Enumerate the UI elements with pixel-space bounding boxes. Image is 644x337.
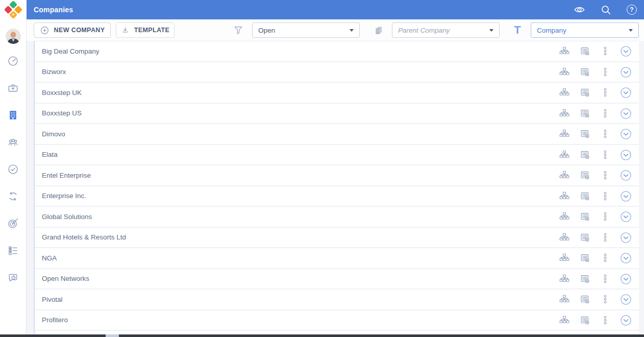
sidebar-item-actions[interactable]	[7, 163, 19, 175]
sidebar-item-dashboard[interactable]	[7, 55, 19, 67]
company-row[interactable]: Entel Enterprise	[35, 165, 639, 186]
org-chart-icon[interactable]	[559, 252, 570, 263]
user-avatar[interactable]	[6, 29, 21, 44]
more-options-icon[interactable]	[600, 108, 611, 119]
expand-chevron-icon[interactable]	[620, 252, 631, 263]
notes-add-icon[interactable]	[579, 273, 590, 284]
company-row[interactable]: Profitero	[35, 310, 639, 331]
expand-chevron-icon[interactable]	[620, 45, 631, 57]
more-options-icon[interactable]	[600, 252, 611, 263]
notes-add-icon[interactable]	[579, 190, 590, 202]
filter-funnel-icon[interactable]	[232, 25, 244, 36]
expand-chevron-icon[interactable]	[620, 128, 631, 139]
notes-add-icon[interactable]	[579, 108, 590, 119]
new-company-button[interactable]: NEW COMPANY	[34, 22, 111, 38]
expand-chevron-icon[interactable]	[620, 108, 631, 119]
expand-chevron-icon[interactable]	[620, 232, 631, 243]
sort-field-select[interactable]: Company	[531, 22, 639, 38]
company-row[interactable]: Global Solutions	[35, 207, 639, 228]
more-options-icon[interactable]	[600, 45, 611, 57]
org-chart-icon[interactable]	[559, 170, 570, 181]
company-name[interactable]: Pivotal	[42, 296, 559, 303]
company-name[interactable]: Dimovo	[42, 130, 559, 138]
company-name[interactable]: Grand Hotels & Resorts Ltd	[42, 233, 559, 241]
company-row[interactable]: Bizworx	[35, 62, 639, 83]
company-row[interactable]: Open Networks	[35, 269, 639, 290]
sidebar-item-goals[interactable]	[7, 218, 19, 229]
company-row[interactable]: Elata	[35, 145, 639, 166]
app-logo[interactable]	[0, 0, 27, 19]
notes-add-icon[interactable]	[579, 252, 590, 263]
notes-add-icon[interactable]	[579, 294, 590, 305]
org-chart-icon[interactable]	[559, 149, 570, 160]
company-row[interactable]: Boxxstep US	[35, 104, 639, 125]
org-chart-icon[interactable]	[559, 190, 570, 202]
sidebar-item-engagements[interactable]	[7, 82, 19, 94]
more-options-icon[interactable]	[600, 66, 611, 78]
company-row[interactable]: Pivotal	[35, 290, 639, 310]
company-name[interactable]: Enterprise Inc.	[42, 192, 559, 200]
expand-chevron-icon[interactable]	[620, 211, 631, 222]
sidebar-item-contacts[interactable]	[7, 136, 19, 148]
company-name[interactable]: Profitero	[42, 316, 559, 324]
text-sort-icon[interactable]: T	[512, 22, 523, 38]
notes-add-icon[interactable]	[579, 315, 590, 326]
expand-chevron-icon[interactable]	[620, 170, 631, 181]
org-chart-icon[interactable]	[559, 45, 570, 57]
notes-add-icon[interactable]	[579, 128, 590, 139]
org-chart-icon[interactable]	[559, 273, 570, 284]
company-name[interactable]: Bizworx	[42, 68, 559, 76]
company-row[interactable]: NGA	[35, 248, 639, 269]
more-options-icon[interactable]	[600, 315, 611, 326]
sidebar-item-checklists[interactable]	[7, 245, 19, 256]
notes-add-icon[interactable]	[579, 149, 590, 160]
company-row[interactable]: Big Deal Company	[35, 41, 639, 62]
org-chart-icon[interactable]	[559, 315, 570, 326]
help-icon[interactable]: ?	[627, 5, 637, 15]
notes-add-icon[interactable]	[579, 87, 590, 98]
notes-add-icon[interactable]	[579, 232, 590, 243]
more-options-icon[interactable]	[600, 273, 611, 284]
parent-company-select[interactable]: Parent Company	[392, 22, 500, 38]
status-filter-select[interactable]: Open	[252, 22, 360, 38]
company-row[interactable]: Grand Hotels & Resorts Ltd	[35, 228, 639, 249]
expand-chevron-icon[interactable]	[620, 294, 631, 305]
notes-add-icon[interactable]	[579, 170, 590, 181]
company-name[interactable]: Big Deal Company	[42, 47, 559, 55]
more-options-icon[interactable]	[600, 211, 611, 222]
company-name[interactable]: Entel Enterprise	[42, 172, 559, 179]
more-options-icon[interactable]	[600, 87, 611, 98]
org-chart-icon[interactable]	[559, 294, 570, 305]
org-chart-icon[interactable]	[559, 108, 570, 119]
company-name[interactable]: Global Solutions	[42, 213, 559, 221]
expand-chevron-icon[interactable]	[620, 315, 631, 326]
expand-chevron-icon[interactable]	[620, 273, 631, 284]
expand-chevron-icon[interactable]	[620, 149, 631, 160]
company-name[interactable]: Boxxstep UK	[42, 89, 559, 97]
expand-chevron-icon[interactable]	[620, 66, 631, 78]
notes-add-icon[interactable]	[579, 66, 590, 78]
sidebar-item-feedback[interactable]	[7, 272, 19, 283]
expand-chevron-icon[interactable]	[620, 87, 631, 98]
company-row[interactable]: Boxxstep UK	[35, 83, 639, 104]
company-name[interactable]: Open Networks	[42, 275, 559, 282]
org-chart-icon[interactable]	[559, 128, 570, 139]
more-options-icon[interactable]	[600, 294, 611, 305]
company-row[interactable]: Dimovo	[35, 124, 639, 145]
org-chart-icon[interactable]	[559, 211, 570, 222]
org-chart-icon[interactable]	[559, 87, 570, 98]
company-row[interactable]: Enterprise Inc.	[35, 186, 639, 207]
sidebar-item-sync[interactable]	[7, 190, 19, 202]
more-options-icon[interactable]	[600, 128, 611, 139]
search-icon[interactable]	[601, 5, 611, 15]
sidebar-item-companies[interactable]	[7, 109, 19, 121]
notes-add-icon[interactable]	[579, 211, 590, 222]
more-options-icon[interactable]	[600, 170, 611, 181]
org-chart-icon[interactable]	[559, 66, 570, 78]
eye-icon[interactable]	[574, 5, 585, 14]
expand-chevron-icon[interactable]	[620, 190, 631, 202]
company-name[interactable]: Elata	[42, 151, 559, 158]
more-options-icon[interactable]	[600, 190, 611, 202]
org-chart-icon[interactable]	[559, 232, 570, 243]
template-button[interactable]: TEMPLATE	[116, 22, 175, 38]
